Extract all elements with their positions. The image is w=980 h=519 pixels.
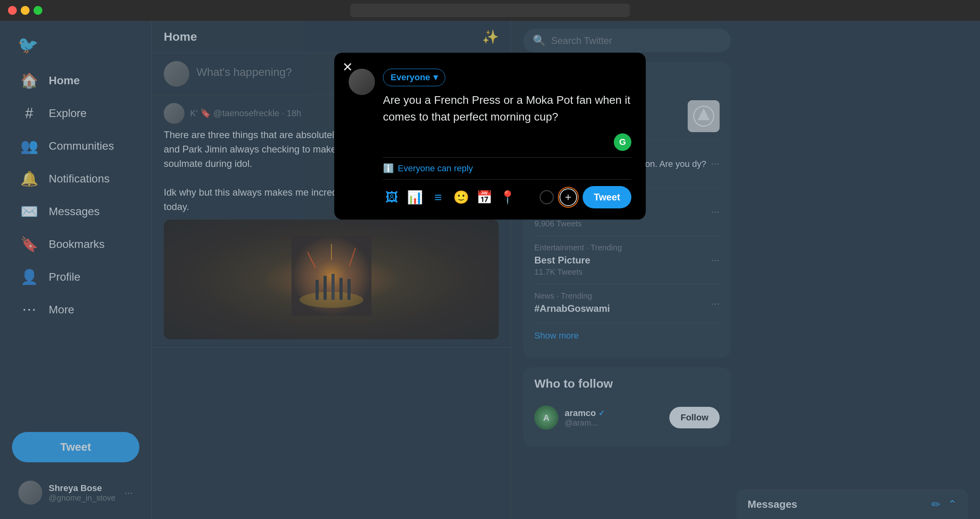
minimize-button[interactable] [21,6,30,15]
list-icon[interactable]: ≡ [429,188,447,206]
modal-body: Everyone ▾ Are you a French Press or a M… [349,69,631,208]
maximize-button[interactable] [34,6,42,15]
grammarly-area: G [383,133,631,151]
modal-close-button[interactable]: ✕ [342,61,353,73]
char-counter [540,190,554,204]
everyone-reply-label: Everyone can reply [398,163,473,174]
url-bar[interactable] [350,4,630,17]
modal-overlay[interactable]: ✕ Everyone ▾ Are you a French Press or a… [0,21,980,519]
modal-toolbar: 🖼 📊 ≡ 🙂 📅 📍 + Tweet [383,186,631,208]
window-chrome [0,0,980,21]
modal-compose-area: Everyone ▾ Are you a French Press or a M… [383,69,631,208]
compose-modal: ✕ Everyone ▾ Are you a French Press or a… [334,53,646,220]
image-upload-icon[interactable]: 🖼 [383,188,401,206]
everyone-can-reply: ℹ️ Everyone can reply [383,157,631,180]
tweet-compose-text[interactable]: Are you a French Press or a Moka Pot fan… [383,92,631,125]
schedule-icon[interactable]: 📅 [476,188,493,206]
close-button[interactable] [8,6,17,15]
traffic-lights [8,6,42,15]
location-icon[interactable]: 📍 [499,188,516,206]
poll-icon[interactable]: 📊 [406,188,424,206]
dropdown-chevron-icon: ▾ [433,72,438,83]
tweet-submit-button[interactable]: Tweet [583,186,631,208]
grammarly-button[interactable]: G [614,133,631,151]
add-tweet-button[interactable]: + [559,188,577,206]
everyone-dropdown[interactable]: Everyone ▾ [383,69,445,86]
info-icon: ℹ️ [383,163,394,174]
everyone-label: Everyone [391,72,430,83]
emoji-icon[interactable]: 🙂 [452,188,470,206]
